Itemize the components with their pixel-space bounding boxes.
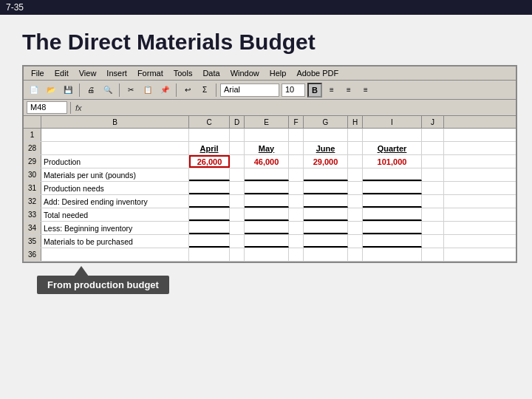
cell-g35[interactable]	[304, 235, 348, 248]
cell-b36[interactable]	[41, 248, 189, 261]
col-header-i[interactable]: I	[363, 116, 422, 128]
cell-h30[interactable]	[348, 168, 363, 181]
cell-e30[interactable]	[245, 168, 289, 181]
cell-f32[interactable]	[289, 195, 304, 208]
cell-c36[interactable]	[189, 248, 230, 261]
cell-c33[interactable]	[189, 208, 230, 221]
cell-g28-june[interactable]: June	[304, 142, 348, 154]
cell-f1[interactable]	[289, 129, 304, 141]
col-header-f[interactable]: F	[289, 116, 304, 128]
cell-i29-value[interactable]: 101,000	[363, 155, 422, 168]
toolbar-print[interactable]: 🖨	[83, 83, 98, 98]
cell-i33[interactable]	[363, 208, 422, 221]
menu-insert[interactable]: Insert	[102, 68, 132, 78]
toolbar-paste[interactable]: 📌	[157, 83, 172, 98]
cell-g32[interactable]	[304, 195, 348, 208]
menu-edit[interactable]: Edit	[50, 68, 73, 78]
cell-e32[interactable]	[245, 195, 289, 208]
cell-h34[interactable]	[348, 222, 363, 234]
col-header-b[interactable]: B	[41, 116, 189, 128]
cell-g1[interactable]	[304, 129, 348, 141]
cell-f31[interactable]	[289, 182, 304, 194]
cell-e34[interactable]	[245, 222, 289, 234]
cell-e33[interactable]	[245, 208, 289, 221]
cell-c32[interactable]	[189, 195, 230, 208]
cell-i28-quarter[interactable]: Quarter	[363, 142, 422, 154]
cell-f30[interactable]	[289, 168, 304, 181]
cell-d28[interactable]	[230, 142, 245, 154]
menu-file[interactable]: File	[27, 68, 49, 78]
cell-e36[interactable]	[245, 248, 289, 261]
cell-d30[interactable]	[230, 168, 245, 181]
cell-f33[interactable]	[289, 208, 304, 221]
cell-g31[interactable]	[304, 182, 348, 194]
cell-f36[interactable]	[289, 248, 304, 261]
cell-b33[interactable]: Total needed	[41, 208, 189, 221]
font-name-box[interactable]: Arial	[220, 83, 279, 97]
cell-h35[interactable]	[348, 235, 363, 248]
toolbar-undo[interactable]: ↩	[180, 83, 195, 98]
cell-j1[interactable]	[422, 129, 444, 141]
cell-b35[interactable]: Materials to be purchased	[41, 235, 189, 248]
col-header-j[interactable]: J	[422, 116, 444, 128]
menu-data[interactable]: Data	[198, 68, 224, 78]
cell-h31[interactable]	[348, 182, 363, 194]
cell-f29[interactable]	[289, 155, 304, 168]
toolbar-align-right[interactable]: ≡	[358, 83, 373, 98]
cell-g33[interactable]	[304, 208, 348, 221]
cell-i30[interactable]	[363, 168, 422, 181]
cell-g34[interactable]	[304, 222, 348, 234]
menu-help[interactable]: Help	[265, 68, 291, 78]
cell-d1[interactable]	[230, 129, 245, 141]
cell-b32[interactable]: Add: Desired ending inventory	[41, 195, 189, 208]
cell-d31[interactable]	[230, 182, 245, 194]
cell-b30[interactable]: Materials per unit (pounds)	[41, 168, 189, 181]
cell-j33[interactable]	[422, 208, 444, 221]
cell-b34[interactable]: Less: Beginning inventory	[41, 222, 189, 234]
cell-d36[interactable]	[230, 248, 245, 261]
col-header-g[interactable]: G	[304, 116, 348, 128]
cell-b31[interactable]: Production needs	[41, 182, 189, 194]
menu-window[interactable]: Window	[226, 68, 264, 78]
cell-f34[interactable]	[289, 222, 304, 234]
cell-b28[interactable]	[41, 142, 189, 154]
toolbar-align-center[interactable]: ≡	[341, 83, 356, 98]
cell-h28[interactable]	[348, 142, 363, 154]
cell-h1[interactable]	[348, 129, 363, 141]
cell-j34[interactable]	[422, 222, 444, 234]
toolbar-align-left[interactable]: ≡	[324, 83, 339, 98]
cell-c29-value[interactable]: 26,000	[189, 155, 230, 168]
cell-e31[interactable]	[245, 182, 289, 194]
toolbar-copy[interactable]: 📋	[140, 83, 155, 98]
cell-c1[interactable]	[189, 129, 230, 141]
cell-j32[interactable]	[422, 195, 444, 208]
toolbar-save[interactable]: 💾	[61, 83, 75, 98]
toolbar-open[interactable]: 📂	[44, 83, 58, 98]
cell-b29[interactable]: Production	[41, 155, 189, 168]
cell-c30[interactable]	[189, 168, 230, 181]
cell-d34[interactable]	[230, 222, 245, 234]
cell-j31[interactable]	[422, 182, 444, 194]
col-header-e[interactable]: E	[245, 116, 289, 128]
cell-j29[interactable]	[422, 155, 444, 168]
cell-j36[interactable]	[422, 248, 444, 261]
cell-c28-april[interactable]: April	[189, 142, 230, 154]
cell-d35[interactable]	[230, 235, 245, 248]
toolbar-new[interactable]: 📄	[27, 83, 41, 98]
toolbar-bold[interactable]: B	[307, 83, 322, 98]
font-size-box[interactable]: 10	[282, 83, 305, 97]
cell-c31[interactable]	[189, 182, 230, 194]
cell-e29-value[interactable]: 46,000	[245, 155, 289, 168]
cell-e1[interactable]	[245, 129, 289, 141]
cell-h36[interactable]	[348, 248, 363, 261]
cell-g30[interactable]	[304, 168, 348, 181]
cell-c34[interactable]	[189, 222, 230, 234]
cell-d32[interactable]	[230, 195, 245, 208]
toolbar-cut[interactable]: ✂	[123, 83, 138, 98]
toolbar-preview[interactable]: 🔍	[100, 83, 115, 98]
cell-d33[interactable]	[230, 208, 245, 221]
cell-g36[interactable]	[304, 248, 348, 261]
cell-e35[interactable]	[245, 235, 289, 248]
col-header-h[interactable]: H	[348, 116, 363, 128]
cell-i32[interactable]	[363, 195, 422, 208]
